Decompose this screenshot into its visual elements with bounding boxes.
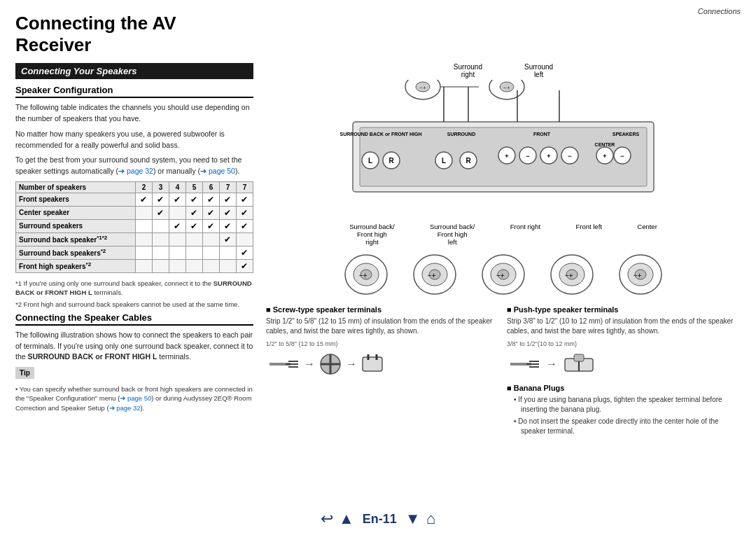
front-left-label: Front left bbox=[575, 223, 602, 246]
left-column: Connecting Your Speakers Speaker Configu… bbox=[15, 63, 253, 534]
row-front-speakers: Front speakers bbox=[16, 193, 136, 206]
home-button[interactable]: ⌂ bbox=[426, 510, 435, 528]
col-header-7a: 7 bbox=[219, 181, 236, 193]
svg-text:−+: −+ bbox=[496, 272, 505, 279]
footer: ↩ ▲ En-11 ▼ ⌂ bbox=[0, 510, 756, 528]
svg-text:SPEAKERS: SPEAKERS bbox=[612, 132, 640, 137]
speaker-cone-1: −+ bbox=[342, 250, 391, 296]
svg-text:−: − bbox=[526, 153, 529, 160]
speaker-config-text3: To get the best from your surround sound… bbox=[15, 155, 253, 177]
terminal-icon bbox=[360, 352, 385, 377]
tip-page50-link[interactable]: ➔ page 50 bbox=[120, 394, 151, 402]
next-page-button[interactable]: ▼ bbox=[405, 510, 421, 528]
svg-text:+: + bbox=[505, 153, 508, 160]
screw-terminal-body: Strip 1/2" to 5/8" (12 to 15 mm) of insu… bbox=[266, 317, 500, 336]
svg-text:+: + bbox=[547, 153, 550, 160]
footnote1: *1 If you're using only one surround bac… bbox=[15, 279, 253, 298]
section-header: Connecting Your Speakers bbox=[15, 63, 253, 79]
row-center-speaker: Center speaker bbox=[16, 206, 136, 219]
col-header-4: 4 bbox=[169, 181, 186, 193]
page32-link[interactable]: ➔ page 32 bbox=[118, 167, 153, 175]
svg-text:R: R bbox=[388, 157, 394, 165]
col-header-6: 6 bbox=[202, 181, 219, 193]
col-header-3: 3 bbox=[152, 181, 169, 193]
push-terminal-body: Strip 3/8" to 1/2" (10 to 12 mm) of insu… bbox=[507, 317, 741, 336]
svg-text:−: − bbox=[568, 153, 571, 160]
svg-text:L: L bbox=[368, 157, 372, 165]
push-terminal-graphic bbox=[561, 352, 596, 377]
page50-link[interactable]: ➔ page 50 bbox=[200, 167, 235, 175]
svg-rect-65 bbox=[363, 357, 382, 371]
speaker-cone-4: −+ bbox=[547, 250, 596, 296]
svg-text:FRONT: FRONT bbox=[533, 132, 551, 137]
arrow2-icon: → bbox=[346, 358, 357, 370]
svg-text:−+: −+ bbox=[359, 272, 368, 279]
push-terminal-section: Push-type speaker terminals Strip 3/8" t… bbox=[507, 305, 741, 438]
tip-page32-link[interactable]: ➔ page 32 bbox=[109, 404, 141, 412]
push-terminal-title: Push-type speaker terminals bbox=[507, 305, 741, 314]
svg-text:−: − bbox=[620, 153, 624, 160]
svg-rect-73 bbox=[574, 354, 584, 361]
col-header-7b: 7 bbox=[236, 181, 253, 193]
right-column: Surroundright Surroundleft SURROUND BACK… bbox=[266, 63, 741, 534]
speaker-config-text1: The following table indicates the channe… bbox=[15, 102, 253, 125]
row-surround-back-1: Surround back speaker*1*2 bbox=[16, 232, 136, 246]
row-surround-speakers: Surround speakers bbox=[16, 219, 136, 232]
svg-text:−+: −+ bbox=[503, 85, 510, 91]
back-button[interactable]: ↩ bbox=[321, 510, 333, 528]
cables-title: Connecting the Speaker Cables bbox=[15, 312, 253, 326]
tip-label: Tip bbox=[15, 367, 34, 379]
surround-left-label: Surroundleft bbox=[524, 63, 553, 78]
terminal-sections: Screw-type speaker terminals Strip 1/2" … bbox=[266, 305, 741, 438]
speaker-cone-5: −+ bbox=[616, 250, 665, 296]
center-label: Center bbox=[637, 223, 657, 246]
screw-measurement-label: 1/2" to 5/8" (12 to 15 mm) bbox=[266, 340, 337, 347]
surround-back-front-high-right-label: Surround back/Front highright bbox=[349, 223, 394, 246]
speaker-diagram: Surroundright Surroundleft SURROUND BACK… bbox=[266, 63, 741, 296]
row-front-high: Front high speakers*2 bbox=[16, 259, 136, 272]
screwdriver-icon bbox=[318, 352, 343, 377]
footnote2: *2 Front high and surround back speakers… bbox=[15, 300, 253, 309]
svg-text:−+: −+ bbox=[565, 272, 573, 279]
speaker-config-text2: No matter how many speakers you use, a p… bbox=[15, 129, 253, 151]
speaker-cone-2: −+ bbox=[410, 250, 459, 296]
svg-text:L: L bbox=[442, 157, 446, 165]
surround-back-front-high-left-label: Surround back/Front highleft bbox=[430, 223, 475, 246]
svg-text:−+: −+ bbox=[634, 272, 642, 279]
speaker-cone-3: −+ bbox=[479, 250, 528, 296]
page-number: En-11 bbox=[363, 512, 397, 527]
arrow1-icon: → bbox=[304, 358, 315, 370]
top-right-label: Connections bbox=[698, 7, 741, 15]
screw-terminal-title: Screw-type speaker terminals bbox=[266, 305, 500, 314]
col-header-2: 2 bbox=[135, 181, 152, 193]
svg-text:+: + bbox=[603, 153, 606, 160]
svg-text:CENTER: CENTER bbox=[595, 142, 615, 147]
push-wire-icon bbox=[507, 354, 542, 374]
row-surround-back-2: Surround back speakers*2 bbox=[16, 246, 136, 259]
speaker-table: Number of speakers 2 3 4 5 6 7 7 Front s… bbox=[15, 181, 253, 273]
svg-text:R: R bbox=[465, 157, 471, 165]
wire-stripped-icon bbox=[266, 354, 301, 374]
speaker-config-title: Speaker Configuration bbox=[15, 85, 253, 98]
main-title: Connecting the AVReceiver bbox=[15, 13, 741, 56]
banana-text2: Do not insert the speaker code directly … bbox=[514, 417, 741, 436]
page: Connections Connecting the AVReceiver Co… bbox=[0, 0, 756, 535]
screw-terminal-section: Screw-type speaker terminals Strip 1/2" … bbox=[266, 305, 500, 438]
banana-text1: If you are using banana plugs, tighten t… bbox=[514, 395, 741, 415]
svg-text:SURROUND: SURROUND bbox=[447, 132, 475, 137]
svg-text:SURROUND BACK or FRONT HIGH: SURROUND BACK or FRONT HIGH bbox=[340, 132, 421, 137]
push-arrow-icon: → bbox=[546, 358, 557, 370]
col-header-speakers: Number of speakers bbox=[16, 181, 136, 193]
prev-page-button[interactable]: ▲ bbox=[339, 510, 354, 528]
col-header-5: 5 bbox=[186, 181, 202, 193]
svg-text:−+: −+ bbox=[419, 85, 426, 91]
front-right-label: Front right bbox=[510, 223, 540, 246]
push-measurement-label: 3/8" to 1/2"(10 to 12 mm) bbox=[507, 340, 741, 347]
svg-text:−+: −+ bbox=[428, 272, 436, 279]
cables-text: The following illustration shows how to … bbox=[15, 330, 253, 363]
banana-title: Banana Plugs bbox=[507, 384, 741, 392]
tip-content: • You can specify whether surround back … bbox=[15, 384, 253, 412]
surround-right-label: Surroundright bbox=[454, 63, 482, 78]
